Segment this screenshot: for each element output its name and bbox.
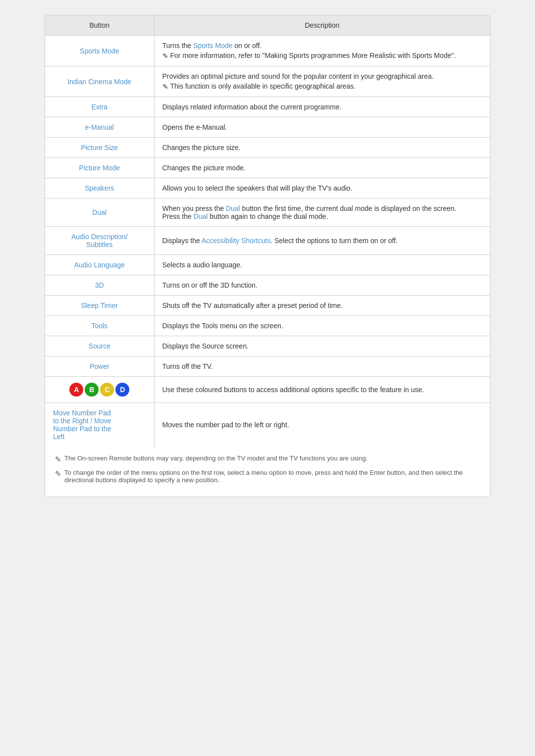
table-row: DualWhen you press the Dual button the f… [45,199,490,227]
footer-note-text-0: The On-screen Remote buttons may vary, d… [64,454,368,462]
button-label-source: Source [89,342,110,350]
desc-text2-dual: Press the Dual button again to change th… [162,212,482,220]
desc-text-sports-mode: Turns the Sports Mode on or off. [162,42,482,50]
description-cell-tools: Displays the Tools menu on the screen. [154,316,490,336]
table-row: ABCDUse these coloured buttons to access… [45,377,490,403]
button-cell-extra: Extra [45,97,154,117]
table-row: ToolsDisplays the Tools menu on the scre… [45,316,490,336]
description-cell-move-pad: Moves the number pad to the left or righ… [154,403,490,447]
desc-text-extra: Displays related information about the c… [162,103,482,111]
footer-pencil-icon-1: ✎ [55,469,61,478]
desc-text-indian-cinema: Provides an optimal picture and sound fo… [162,72,482,80]
button-cell-sleep-timer: Sleep Timer [45,296,154,316]
button-cell-emanual: e-Manual [45,117,154,138]
abcd-btn-c: C [100,383,114,397]
move-pad-label-line-3: Left [53,433,146,441]
button-cell-audio-description: Audio Description/Subtitles [45,227,154,255]
desc-text-3d: Turns on or off the 3D function. [162,281,482,289]
button-label-audio-description-1: Subtitles [86,241,113,249]
table-row: 3DTurns on or off the 3D function. [45,275,490,296]
desc-link-dual: Dual [226,204,240,212]
desc-text-picture-size: Changes the picture size. [162,144,482,151]
button-cell-speakers: Speakers [45,178,154,199]
table-row: Sleep TimerShuts off the TV automaticall… [45,296,490,316]
desc-text-power: Turns off the TV. [162,362,482,370]
description-cell-sports-mode: Turns the Sports Mode on or off.✎For mor… [154,36,490,66]
table-row: Audio LanguageSelects a audio language. [45,255,490,275]
description-cell-audio-language: Selects a audio language. [154,255,490,275]
button-label-extra: Extra [91,103,107,111]
button-cell-tools: Tools [45,316,154,336]
button-label-audio-description-0: Audio Description/ [71,233,128,241]
desc-text-picture-mode: Changes the picture mode. [162,164,482,172]
footer-note-0: ✎The On-screen Remote buttons may vary, … [55,454,480,464]
button-cell-picture-size: Picture Size [45,138,154,158]
table-header-row: Button Description [45,15,490,36]
desc-text-sleep-timer: Shuts off the TV automatically after a p… [162,302,482,309]
table-row: e-ManualOpens the e-Manual. [45,117,490,138]
table-row: PowerTurns off the TV. [45,356,490,377]
move-pad-label-line-0: Move Number Pad [53,409,146,417]
button-label-power: Power [90,362,109,370]
button-cell-picture-mode: Picture Mode [45,158,154,178]
desc-text-dual: When you press the Dual button the first… [162,204,482,212]
table-row: Move Number Padto the Right / MoveNumber… [45,403,490,447]
button-label-picture-mode: Picture Mode [79,164,120,172]
note-indian-cinema: ✎This function is only available in spec… [162,82,482,91]
col-header-button: Button [45,15,154,36]
desc-text-audio-language: Selects a audio language. [162,261,482,269]
button-label-dual: Dual [92,208,107,216]
button-label-picture-size: Picture Size [81,144,118,151]
button-cell-dual: Dual [45,199,154,227]
footer-note-text-1: To change the order of the menu options … [64,469,480,484]
description-cell-emanual: Opens the e-Manual. [154,117,490,138]
button-cell-sports-mode: Sports Mode [45,36,154,66]
note-text-sports-mode: For more information, refer to "Making S… [170,51,456,59]
abcd-btn-b: B [85,383,99,397]
col-header-description: Description [154,15,490,36]
note-text-indian-cinema: This function is only available in speci… [170,82,356,90]
table-row: Sports ModeTurns the Sports Mode on or o… [45,36,490,66]
button-label-sleep-timer: Sleep Timer [81,302,118,309]
button-label-sports-mode: Sports Mode [80,47,119,55]
description-cell-picture-mode: Changes the picture mode. [154,158,490,178]
desc-link-sports-mode: Sports Mode [193,42,232,50]
description-cell-indian-cinema: Provides an optimal picture and sound fo… [154,66,490,97]
button-cell-3d: 3D [45,275,154,296]
description-cell-3d: Turns on or off the 3D function. [154,275,490,296]
abcd-buttons: ABCD [53,383,146,397]
abcd-btn-d: D [115,383,129,397]
table-row: SpeakersAllows you to select the speaker… [45,178,490,199]
buttons-table: Button Description Sports ModeTurns the … [45,15,490,447]
desc-text-source: Displays the Source screen. [162,342,482,350]
table-row: Picture SizeChanges the picture size. [45,138,490,158]
desc-text-abcd: Use these coloured buttons to access add… [162,386,482,394]
footer-note-1: ✎To change the order of the menu options… [55,469,480,484]
description-cell-extra: Displays related information about the c… [154,97,490,117]
footer-notes: ✎The On-screen Remote buttons may vary, … [45,447,490,497]
table-row: ExtraDisplays related information about … [45,97,490,117]
button-cell-power: Power [45,356,154,377]
desc-text-tools: Displays the Tools menu on the screen. [162,322,482,330]
button-label-emanual: e-Manual [85,123,114,131]
table-row: Audio Description/SubtitlesDisplays the … [45,227,490,255]
desc-link-audio-description: Accessibility Shortcuts [202,237,270,245]
main-container: Button Description Sports ModeTurns the … [45,15,490,497]
button-cell-source: Source [45,336,154,356]
description-cell-speakers: Allows you to select the speakers that w… [154,178,490,199]
description-cell-audio-description: Displays the Accessibility Shortcuts. Se… [154,227,490,255]
table-row: Picture ModeChanges the picture mode. [45,158,490,178]
button-cell-abcd: ABCD [45,377,154,403]
description-cell-picture-size: Changes the picture size. [154,138,490,158]
desc-text-emanual: Opens the e-Manual. [162,123,482,131]
description-cell-source: Displays the Source screen. [154,336,490,356]
move-pad-label-line-2: Number Pad to the [53,425,146,433]
note-sports-mode: ✎For more information, refer to "Making … [162,51,482,60]
description-cell-dual: When you press the Dual button the first… [154,199,490,227]
footer-pencil-icon-0: ✎ [55,455,61,464]
desc-link-dual: Dual [194,212,208,220]
button-label-audio-language: Audio Language [74,261,125,269]
button-label-indian-cinema: Indian Cinema Mode [67,78,131,86]
desc-text-audio-description: Displays the Accessibility Shortcuts. Se… [162,237,482,245]
description-cell-sleep-timer: Shuts off the TV automatically after a p… [154,296,490,316]
